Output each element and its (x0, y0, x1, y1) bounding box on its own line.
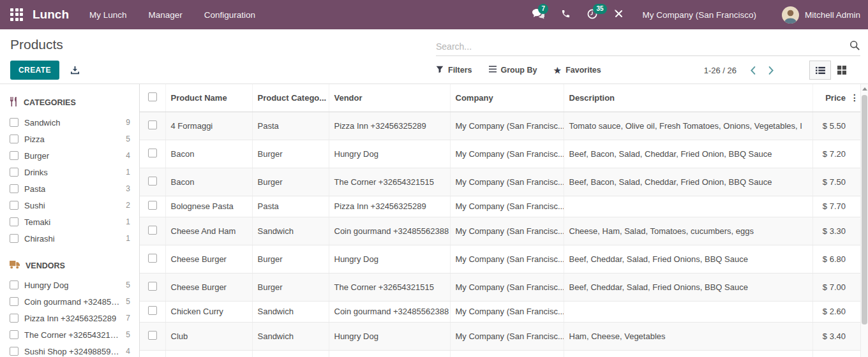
cell-product-category[interactable]: Burger (252, 273, 329, 301)
sidebar-item-the-corner-326543215[interactable]: The Corner +326543215... 5 (0, 326, 139, 343)
sidebar-item-pasta[interactable]: Pasta 3 (0, 180, 139, 197)
cell-company[interactable]: My Company (San Francisc... (450, 140, 564, 168)
filter-checkbox[interactable] (10, 347, 19, 356)
user-menu[interactable]: Mitchell Admin (805, 10, 860, 20)
filter-checkbox[interactable] (10, 168, 19, 177)
filter-checkbox[interactable] (10, 217, 19, 226)
cell-product-name[interactable]: Bacon (165, 140, 252, 168)
cell-description[interactable]: Beef, Bacon, Salad, Cheddar, Fried Onion… (564, 140, 812, 168)
favorites-button[interactable]: ★ Favorites (553, 66, 601, 75)
cell-price[interactable]: $ 7.50 (812, 168, 849, 196)
pager-previous-icon[interactable] (745, 64, 760, 77)
filter-checkbox[interactable] (10, 118, 19, 127)
cell-product-name[interactable]: Chicken Curry (165, 301, 252, 322)
cell-price[interactable]: $ 5.50 (812, 112, 849, 140)
filter-checkbox[interactable] (10, 234, 19, 243)
cell-company[interactable]: My Company (San Francisc... (450, 245, 564, 273)
cell-company[interactable]: My Company (San Francisc... (450, 112, 564, 140)
cell-vendor[interactable]: Hungry Dog (329, 245, 450, 273)
cell-price[interactable]: $ 3.30 (812, 217, 849, 245)
filter-checkbox[interactable] (10, 280, 19, 289)
cell-vendor[interactable]: The Corner +32654321515 (329, 273, 450, 301)
sidebar-item-hungry-dog[interactable]: Hungry Dog 5 (0, 277, 139, 293)
pager-next-icon[interactable] (764, 64, 779, 77)
column-vendor[interactable]: Vendor (329, 84, 450, 112)
cell-product-name[interactable]: 4 Formaggi (165, 112, 252, 140)
cell-product-name[interactable]: Cheese And Ham (165, 217, 252, 245)
kanban-view-button[interactable] (831, 61, 853, 80)
activities-button[interactable]: 35 (583, 6, 602, 24)
menu-manager[interactable]: Manager (149, 10, 183, 20)
search-input[interactable] (436, 41, 849, 52)
cell-company[interactable]: My Company (San Francisc... (450, 273, 564, 301)
cell-product-category[interactable]: Burger (252, 140, 329, 168)
cell-vendor[interactable]: Coin gourmand +32485562388 (329, 301, 450, 322)
export-icon[interactable] (70, 66, 80, 75)
sidebar-item-temaki[interactable]: Temaki 1 (0, 214, 139, 230)
filter-checkbox[interactable] (10, 201, 19, 210)
row-checkbox[interactable] (148, 306, 157, 315)
column-price[interactable]: Price (812, 84, 849, 112)
cell-product-category[interactable]: Sandwich (252, 217, 329, 245)
cell-vendor[interactable]: Coin gourmand +32485562388 (329, 217, 450, 245)
filter-checkbox[interactable] (10, 151, 19, 160)
select-all-checkbox[interactable] (148, 92, 157, 101)
cell-description[interactable]: Ham, Cheese, Vegetables (564, 322, 812, 350)
app-brand[interactable]: Lunch (33, 8, 69, 22)
scroll-up-arrow-icon[interactable] (861, 84, 868, 94)
sidebar-item-drinks[interactable]: Drinks 1 (0, 164, 139, 180)
sidebar-item-sushi[interactable]: Sushi 2 (0, 197, 139, 214)
filter-checkbox[interactable] (10, 314, 19, 323)
cell-description[interactable] (564, 196, 812, 217)
cell-company[interactable]: My Company (San Francisc... (450, 168, 564, 196)
sidebar-item-pizza[interactable]: Pizza 5 (0, 131, 139, 147)
cell-vendor[interactable]: Hungry Dog (329, 322, 450, 350)
row-checkbox[interactable] (148, 254, 157, 263)
apps-menu-icon[interactable] (10, 8, 24, 22)
cell-product-name[interactable]: Club (165, 322, 252, 350)
cell-product-category[interactable]: Sandwich (252, 301, 329, 322)
row-checkbox[interactable] (148, 282, 157, 291)
table-row[interactable]: Club Sandwich Hungry Dog My Company (San… (140, 322, 860, 350)
cell-description[interactable] (564, 301, 812, 322)
row-checkbox[interactable] (148, 331, 157, 340)
table-row[interactable]: Bacon Burger Hungry Dog My Company (San … (140, 140, 860, 168)
column-product-name[interactable]: Product Name (165, 84, 252, 112)
cell-price[interactable]: $ 7.00 (812, 273, 849, 301)
cell-price[interactable]: $ 7.70 (812, 196, 849, 217)
cell-description[interactable]: Cheese, Ham, Salad, Tomatoes, cucumbers,… (564, 217, 812, 245)
table-row[interactable]: Bolognese Pasta Pasta Pizza Inn +3245632… (140, 196, 860, 217)
cell-product-name[interactable]: Cheese Burger (165, 245, 252, 273)
cell-vendor[interactable]: Pizza Inn +32456325289 (329, 196, 450, 217)
avatar[interactable] (782, 6, 799, 24)
filter-checkbox[interactable] (10, 135, 19, 143)
filter-checkbox[interactable] (10, 297, 19, 306)
filter-checkbox[interactable] (10, 330, 19, 339)
cell-product-name[interactable]: Bacon (165, 168, 252, 196)
column-company[interactable]: Company (450, 84, 564, 112)
table-row[interactable]: Chicken Curry Sandwich Coin gourmand +32… (140, 301, 860, 322)
cell-product-category[interactable]: Burger (252, 168, 329, 196)
company-switcher[interactable]: My Company (San Francisco) (642, 10, 756, 20)
cell-vendor[interactable]: Hungry Dog (329, 140, 450, 168)
row-checkbox[interactable] (148, 149, 157, 157)
filter-checkbox[interactable] (10, 184, 19, 193)
cell-price[interactable]: $ 2.60 (812, 301, 849, 322)
sidebar-item-sandwich[interactable]: Sandwich 9 (0, 114, 139, 131)
cell-vendor[interactable]: Pizza Inn +32456325289 (329, 112, 450, 140)
cell-price[interactable]: $ 6.80 (812, 245, 849, 273)
menu-my-lunch[interactable]: My Lunch (89, 10, 127, 20)
sidebar-item-coin-gourmand-324855[interactable]: Coin gourmand +324855... 5 (0, 293, 139, 310)
cell-description[interactable]: Tomato sauce, Olive oil, Fresh Tomatoes,… (564, 112, 812, 140)
menu-configuration[interactable]: Configuration (204, 10, 255, 20)
row-checkbox[interactable] (148, 120, 157, 129)
sidebar-item-sushi-shop-324988599[interactable]: Sushi Shop +324988599... 4 (0, 343, 139, 357)
cell-product-category[interactable]: Burger (252, 245, 329, 273)
group-by-button[interactable]: Group By (489, 66, 537, 75)
cell-company[interactable]: My Company (San Francisc... (450, 196, 564, 217)
cell-product-name[interactable]: Bolognese Pasta (165, 196, 252, 217)
table-row[interactable]: Cheese And Ham Sandwich Coin gourmand +3… (140, 217, 860, 245)
table-row[interactable]: Bacon Burger The Corner +32654321515 My … (140, 168, 860, 196)
sidebar-item-chirashi[interactable]: Chirashi 1 (0, 230, 139, 247)
cell-product-category[interactable]: Pasta (252, 196, 329, 217)
